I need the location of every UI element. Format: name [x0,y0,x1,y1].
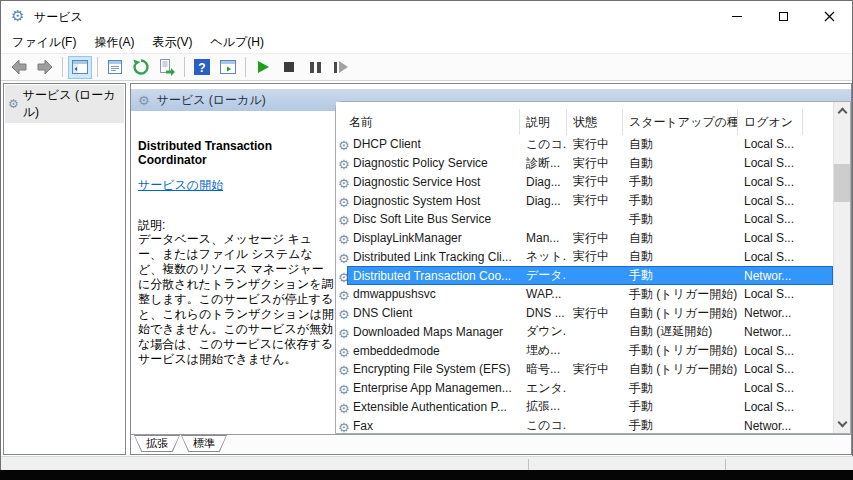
service-logon-cell: Local S... [738,175,803,189]
back-button[interactable] [7,56,31,79]
view-tab-standard[interactable]: 標準 [181,435,227,452]
table-row[interactable]: ⚙embeddedmode 埋め... 手動 (トリガー開始) Local S.… [336,341,833,360]
gear-icon: ⚙ [338,346,350,358]
pause-service-button[interactable] [303,56,327,79]
minimize-icon [732,16,742,17]
table-header: 名前 説明 状態 スタートアップの種類 ログオン [336,102,833,135]
stop-service-button[interactable] [277,56,301,79]
scroll-down-icon[interactable] [838,418,848,428]
table-row[interactable]: ⚙DisplayLinkManager Man... 実行中 自動 Local … [336,229,833,248]
help-button[interactable]: ? [190,56,214,79]
services-gear-icon: ⚙ [11,8,24,23]
column-header-description[interactable]: 説明 [520,109,567,135]
gear-icon: ⚙ [338,139,350,151]
back-arrow-icon [9,57,29,77]
service-description-cell: Diag... [520,194,567,208]
status-bar-divider [528,459,529,470]
table-row[interactable]: ⚙Extensible Authentication P... 拡張... 手動… [336,398,833,417]
service-description-cell: Diag... [520,175,567,189]
start-service-link[interactable]: サービスの開始 [138,177,223,194]
gear-icon: ⚙ [338,158,350,170]
service-logon-cell: Local S... [738,156,803,170]
maximize-button[interactable] [760,1,806,32]
action-pane-icon [218,57,238,77]
service-startup-cell: 自動 [623,230,738,247]
service-table-body: ⚙DHCP Client このコ... 実行中 自動 Local S... ⚙D… [336,135,833,433]
start-service-button[interactable] [251,56,275,79]
title-bar[interactable]: ⚙ サービス [1,1,852,32]
table-row[interactable]: ⚙Distributed Transaction Coo... データ... 手… [336,266,833,285]
service-logon-cell: Local S... [738,231,803,245]
start-icon [258,61,269,73]
service-description-cell: このコ... [520,417,567,433]
service-status-cell: 実行中 [567,192,623,209]
sort-ascending-icon [435,109,443,112]
service-logon-cell: Local S... [738,400,803,414]
service-startup-cell: 手動 [623,398,738,415]
show-action-pane-button[interactable] [216,56,240,79]
tree-item-services-local[interactable]: ⚙ サービス (ローカル) [5,85,124,123]
service-name-cell: ⚙Distributed Transaction Coo... [336,269,520,283]
service-description-cell: 診断... [520,155,567,172]
gear-icon: ⚙ [338,214,350,226]
service-logon-cell: Networ... [738,306,803,320]
table-row[interactable]: ⚙Encrypting File System (EFS) 暗号... 実行中 … [336,360,833,379]
view-tab-strip: 拡張標準 [131,434,851,454]
refresh-button[interactable] [129,56,153,79]
table-row[interactable]: ⚙Diagnostic Policy Service 診断... 実行中 自動 … [336,154,833,173]
scroll-up-icon[interactable] [838,108,848,118]
service-startup-cell: 手動 [623,173,738,190]
table-row[interactable]: ⚙Disc Soft Lite Bus Service 手動 Local S..… [336,210,833,229]
service-startup-cell: 手動 [623,211,738,228]
table-row[interactable]: ⚙Downloaded Maps Manager ダウン... 自動 (遅延開始… [336,323,833,342]
table-row[interactable]: ⚙Enterprise App Managemen... エンタ... 手動 L… [336,379,833,398]
service-description-cell: このコ... [520,136,567,153]
table-row[interactable]: ⚙Diagnostic System Host Diag... 実行中 手動 L… [336,191,833,210]
gear-icon: ⚙ [338,308,350,320]
column-header-name[interactable]: 名前 [336,109,520,135]
export-list-button[interactable] [155,56,179,79]
column-header-logon[interactable]: ログオン [738,109,803,135]
gear-icon: ⚙ [338,364,350,376]
forward-button[interactable] [33,56,57,79]
table-row[interactable]: ⚙dmwappushsvc WAP... 手動 (トリガー開始) Local S… [336,285,833,304]
vertical-scrollbar[interactable] [833,102,850,433]
service-name-cell: ⚙DHCP Client [336,137,520,151]
table-row[interactable]: ⚙Distributed Link Tracking Cli... ネット...… [336,248,833,267]
table-row[interactable]: ⚙DHCP Client このコ... 実行中 自動 Local S... [336,135,833,154]
column-header-status[interactable]: 状態 [567,109,623,135]
toolbar-separator [184,57,185,77]
service-status-cell: 実行中 [567,230,623,247]
export-list-icon [157,57,177,77]
view-tab-label: 拡張 [134,435,180,451]
view-tab-extended[interactable]: 拡張 [134,435,180,452]
close-button[interactable] [806,1,852,32]
service-description-cell: 埋め... [520,342,567,359]
gear-icon: ⚙ [338,271,350,283]
description-text: データベース、メッセージ キュー、またはファイル システムなど、複数のリソース … [138,232,335,367]
gear-icon: ⚙ [338,383,350,395]
service-startup-cell: 自動 [623,155,738,172]
menu-action[interactable]: 操作(A) [85,32,143,53]
minimize-button[interactable] [714,1,760,32]
show-console-tree-button[interactable] [68,56,92,79]
service-logon-cell: Networ... [738,419,803,433]
menu-help[interactable]: ヘルプ(H) [201,32,273,53]
table-row[interactable]: ⚙DNS Client DNS ... 実行中 自動 (トリガー開始) Netw… [336,304,833,323]
table-row[interactable]: ⚙Fax このコ... 手動 Networ... [336,416,833,433]
service-status-cell: 実行中 [567,173,623,190]
console-tree-panel: ⚙ サービス (ローカル) [3,83,126,455]
menu-view[interactable]: 表示(V) [143,32,201,53]
restart-service-button[interactable] [329,56,353,79]
gear-icon: ⚙ [338,327,350,339]
column-header-startup-type[interactable]: スタートアップの種類 [623,109,738,135]
properties-button[interactable] [103,56,127,79]
scrollbar-thumb[interactable] [834,164,850,202]
service-logon-cell: Networ... [738,269,803,283]
service-name-cell: ⚙Diagnostic System Host [336,194,520,208]
status-bar-divider [725,459,726,470]
console-tree-icon [70,57,90,77]
svg-text:?: ? [198,61,205,75]
menu-file[interactable]: ファイル(F) [3,32,85,53]
table-row[interactable]: ⚙Diagnostic Service Host Diag... 実行中 手動 … [336,173,833,192]
